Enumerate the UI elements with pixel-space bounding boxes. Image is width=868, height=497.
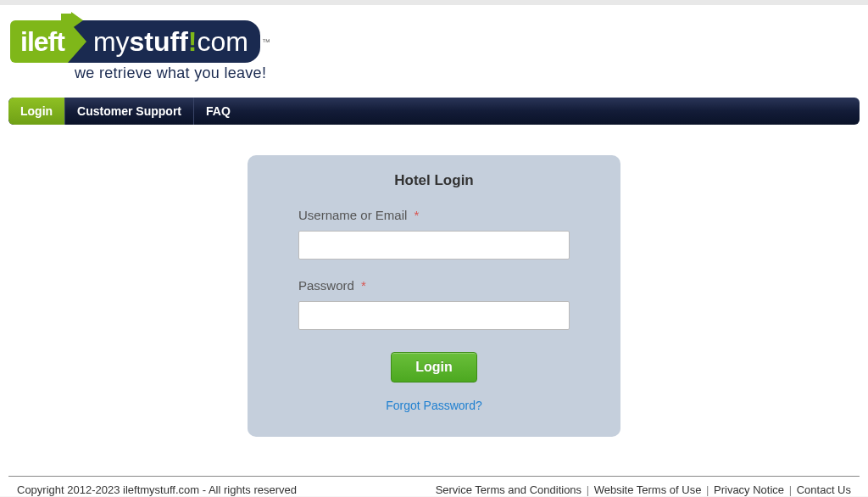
login-button-wrap: Login bbox=[298, 352, 570, 383]
password-label-text: Password bbox=[298, 278, 354, 293]
footer-sep: | bbox=[583, 483, 593, 496]
footer-link-contact[interactable]: Contact Us bbox=[797, 483, 851, 496]
footer-sep: | bbox=[786, 483, 795, 496]
username-label: Username or Email * bbox=[298, 208, 570, 222]
logo-badge: ileft mystuff!com ™ bbox=[10, 20, 270, 63]
logo[interactable]: ileft mystuff!com ™ we retrieve what you… bbox=[10, 20, 270, 82]
password-label: Password * bbox=[298, 278, 570, 293]
logo-my: my bbox=[93, 26, 130, 57]
login-title: Hotel Login bbox=[298, 172, 570, 189]
nav-login[interactable]: Login bbox=[8, 98, 65, 125]
username-input[interactable] bbox=[298, 231, 570, 260]
forgot-password-link[interactable]: Forgot Password? bbox=[386, 399, 482, 412]
logo-arrow-tip-icon bbox=[71, 12, 83, 29]
logo-com: com bbox=[198, 26, 248, 57]
logo-trademark: ™ bbox=[262, 37, 270, 47]
login-card: Hotel Login Username or Email * Password… bbox=[248, 155, 620, 437]
password-input[interactable] bbox=[298, 301, 570, 330]
main-nav: Login Customer Support FAQ bbox=[8, 98, 860, 125]
logo-text-right: mystuff!com bbox=[68, 20, 260, 63]
footer-sep: | bbox=[703, 483, 712, 496]
footer-copyright: Copyright 2012-2023 ileftmystuff.com - A… bbox=[17, 483, 297, 496]
nav-faq[interactable]: FAQ bbox=[194, 98, 242, 125]
nav-customer-support[interactable]: Customer Support bbox=[65, 98, 194, 125]
logo-tagline: we retrieve what you leave! bbox=[75, 64, 270, 82]
forgot-wrap: Forgot Password? bbox=[298, 398, 570, 413]
username-label-text: Username or Email bbox=[298, 208, 407, 222]
logo-bang: ! bbox=[188, 26, 198, 57]
main-content: Hotel Login Username or Email * Password… bbox=[8, 125, 860, 471]
footer-link-privacy[interactable]: Privacy Notice bbox=[714, 483, 784, 496]
header: ileft mystuff!com ™ we retrieve what you… bbox=[8, 5, 860, 91]
required-mark: * bbox=[415, 208, 420, 222]
password-group: Password * bbox=[298, 278, 570, 330]
footer-links: Service Terms and Conditions | Website T… bbox=[436, 483, 851, 496]
logo-stuff: stuff bbox=[130, 26, 188, 57]
page-container: ileft mystuff!com ™ we retrieve what you… bbox=[0, 5, 868, 496]
required-mark: * bbox=[361, 278, 366, 293]
username-group: Username or Email * bbox=[298, 208, 570, 260]
login-button[interactable]: Login bbox=[391, 352, 477, 383]
footer-link-website-terms[interactable]: Website Terms of Use bbox=[594, 483, 702, 496]
footer-link-service-terms[interactable]: Service Terms and Conditions bbox=[436, 483, 581, 496]
footer: Copyright 2012-2023 ileftmystuff.com - A… bbox=[8, 476, 860, 496]
